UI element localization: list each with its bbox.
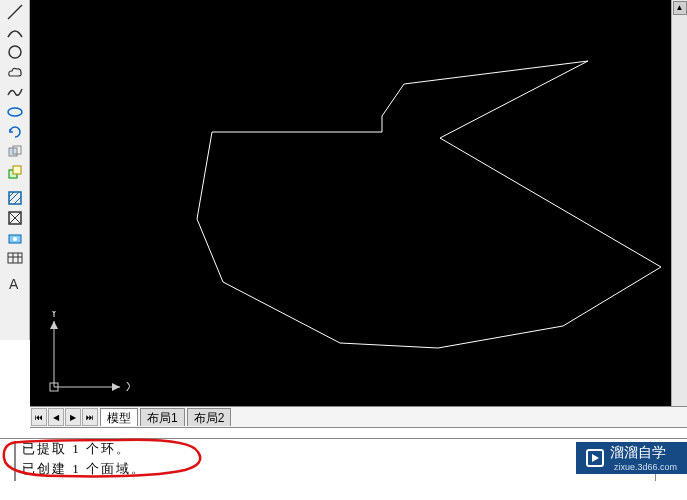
camera-tool-icon[interactable] bbox=[2, 228, 28, 248]
vertical-scrollbar[interactable]: ▲ bbox=[671, 0, 687, 406]
svg-marker-22 bbox=[112, 383, 120, 391]
tab-layout2[interactable]: 布局2 bbox=[187, 408, 232, 426]
tab-layout1[interactable]: 布局1 bbox=[140, 408, 185, 426]
watermark-url: zixue.3d66.com bbox=[614, 462, 677, 472]
svg-text:A: A bbox=[9, 276, 19, 292]
hatch-tool-icon[interactable] bbox=[2, 188, 28, 208]
svg-text:Y: Y bbox=[50, 311, 58, 320]
drawing-canvas[interactable]: X Y ▲ bbox=[30, 0, 687, 406]
scroll-up-icon[interactable]: ▲ bbox=[673, 1, 687, 15]
tool-palette: A bbox=[0, 0, 30, 340]
tab-last-icon[interactable]: ⏭ bbox=[82, 408, 98, 426]
svg-point-2 bbox=[8, 108, 22, 116]
text-tool-icon[interactable]: A bbox=[2, 274, 28, 294]
svg-rect-16 bbox=[8, 253, 22, 263]
region-tool-icon[interactable] bbox=[2, 208, 28, 228]
svg-rect-6 bbox=[13, 166, 21, 174]
spline-tool-icon[interactable] bbox=[2, 82, 28, 102]
arc-tool-icon[interactable] bbox=[2, 22, 28, 42]
block-tool-icon[interactable] bbox=[2, 142, 28, 162]
region-polygon bbox=[197, 61, 661, 348]
circle-tool-icon[interactable] bbox=[2, 42, 28, 62]
tab-prev-icon[interactable]: ◀ bbox=[48, 408, 64, 426]
play-icon bbox=[586, 449, 604, 467]
svg-rect-7 bbox=[9, 192, 21, 204]
watermark: 溜溜自学 zixue.3d66.com bbox=[576, 442, 687, 474]
cloud-tool-icon[interactable] bbox=[2, 62, 28, 82]
svg-line-10 bbox=[14, 197, 21, 204]
watermark-brand: 溜溜自学 bbox=[610, 444, 677, 462]
ellipse-tool-icon[interactable] bbox=[2, 102, 28, 122]
table-tool-icon[interactable] bbox=[2, 248, 28, 268]
svg-marker-28 bbox=[592, 454, 599, 462]
svg-point-15 bbox=[13, 237, 17, 241]
tab-model[interactable]: 模型 bbox=[100, 408, 138, 426]
line-tool-icon[interactable] bbox=[2, 2, 28, 22]
tab-first-icon[interactable]: ⏮ bbox=[31, 408, 47, 426]
svg-marker-24 bbox=[50, 321, 58, 329]
layout-tab-bar: ⏮ ◀ ▶ ⏭ 模型 布局1 布局2 bbox=[30, 406, 687, 428]
rotate-tool-icon[interactable] bbox=[2, 122, 28, 142]
svg-line-0 bbox=[8, 5, 22, 19]
ucs-indicator-icon: X Y bbox=[40, 311, 130, 404]
insert-tool-icon[interactable] bbox=[2, 162, 28, 182]
svg-text:X: X bbox=[126, 380, 130, 394]
svg-point-1 bbox=[9, 46, 21, 58]
tab-next-icon[interactable]: ▶ bbox=[65, 408, 81, 426]
